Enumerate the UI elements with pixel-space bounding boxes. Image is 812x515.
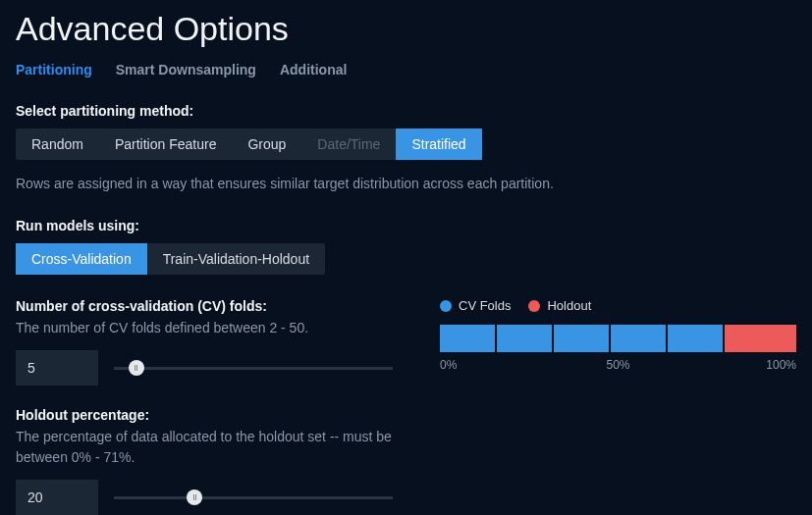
axis-tick-100: 100% bbox=[766, 358, 796, 372]
legend-holdout-label: Holdout bbox=[547, 298, 591, 313]
run-cross-validation-button[interactable]: Cross-Validation bbox=[16, 243, 147, 275]
partitioning-method-label: Select partitioning method: bbox=[16, 103, 796, 119]
slider-track bbox=[114, 367, 393, 370]
partition-feature-button[interactable]: Partition Feature bbox=[99, 129, 233, 160]
cv-folds-input[interactable] bbox=[16, 350, 98, 386]
partition-legend: CV Folds Holdout bbox=[440, 298, 796, 313]
partition-group-button[interactable]: Group bbox=[232, 129, 301, 160]
holdout-slider-handle[interactable] bbox=[187, 489, 202, 505]
holdout-title: Holdout percentage: bbox=[16, 407, 393, 423]
cv-folds-slider-handle[interactable] bbox=[129, 360, 144, 376]
partition-stratified-button[interactable]: Stratified bbox=[396, 129, 481, 160]
legend-cv-folds: CV Folds bbox=[440, 298, 511, 313]
partition-random-button[interactable]: Random bbox=[16, 129, 99, 160]
holdout-slider[interactable] bbox=[114, 480, 393, 515]
holdout-desc: The percentage of data allocated to the … bbox=[16, 427, 393, 468]
tab-smart-downsampling[interactable]: Smart Downsampling bbox=[116, 62, 256, 77]
axis-tick-50: 50% bbox=[606, 358, 629, 372]
tab-additional[interactable]: Additional bbox=[280, 62, 347, 77]
partition-axis: 0% 50% 100% bbox=[440, 358, 796, 374]
legend-holdout: Holdout bbox=[528, 298, 591, 313]
page-title: Advanced Options bbox=[16, 10, 796, 48]
cv-fold-segment bbox=[497, 325, 554, 352]
partitioning-help-text: Rows are assigned in a way that ensures … bbox=[16, 174, 796, 194]
tab-partitioning[interactable]: Partitioning bbox=[16, 62, 92, 77]
holdout-field: Holdout percentage: The percentage of da… bbox=[16, 407, 393, 515]
cv-fold-segment bbox=[440, 325, 497, 352]
cv-fold-segment bbox=[611, 325, 668, 352]
axis-tick-0: 0% bbox=[440, 358, 457, 372]
run-train-validation-holdout-button[interactable]: Train-Validation-Holdout bbox=[147, 243, 325, 275]
cv-fold-segment bbox=[668, 325, 725, 352]
cv-folds-slider[interactable] bbox=[114, 350, 393, 386]
cv-fold-segment bbox=[554, 325, 611, 352]
cv-folds-desc: The number of CV folds defined between 2… bbox=[16, 318, 393, 338]
cv-folds-title: Number of cross-validation (CV) folds: bbox=[16, 298, 393, 314]
legend-cv-label: CV Folds bbox=[459, 298, 511, 313]
partitioning-method-group: Random Partition Feature Group Date/Time… bbox=[16, 129, 482, 160]
cv-folds-field: Number of cross-validation (CV) folds: T… bbox=[16, 298, 393, 386]
holdout-segment bbox=[725, 325, 796, 352]
run-models-label: Run models using: bbox=[16, 218, 796, 233]
holdout-swatch-icon bbox=[528, 300, 540, 312]
tabs: Partitioning Smart Downsampling Addition… bbox=[16, 62, 796, 77]
run-models-group: Cross-Validation Train-Validation-Holdou… bbox=[16, 243, 325, 275]
holdout-input[interactable] bbox=[16, 480, 98, 515]
slider-track bbox=[114, 496, 393, 499]
partition-bar bbox=[440, 325, 796, 352]
cv-folds-swatch-icon bbox=[440, 300, 452, 312]
partition-datetime-button: Date/Time bbox=[301, 129, 396, 160]
